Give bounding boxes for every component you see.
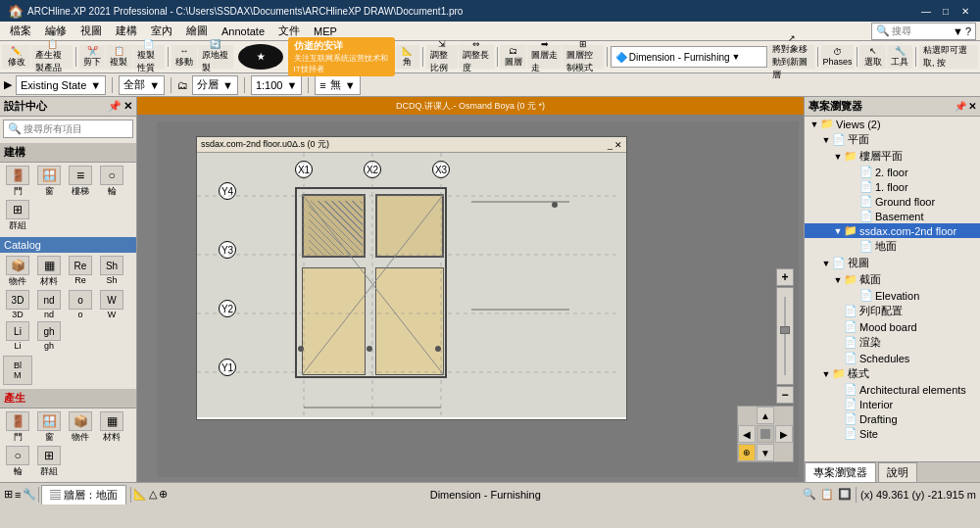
menu-edit[interactable]: 編修 <box>39 23 73 39</box>
line-dropdown[interactable]: ≡ 無 ▼ <box>315 75 360 95</box>
layer-button[interactable]: 🗂圖層 <box>500 45 525 69</box>
canvas-area[interactable]: DCDQ.讲课人.- Osmand Boya (0 元 *) ssdax.com… <box>137 97 804 482</box>
3d-icon-item[interactable]: 3D3D <box>3 290 32 319</box>
adjust-button[interactable]: ⇔調整長度 <box>459 45 494 69</box>
close-button[interactable]: ✕ <box>958 4 972 18</box>
tools-button[interactable]: 🔧工具 <box>887 45 912 69</box>
gen-group-item[interactable]: ⊞群組 <box>34 446 64 478</box>
wheel-icon-item[interactable]: ○輪 <box>97 166 126 198</box>
tab-project-browser[interactable]: 專案瀏覽器 <box>805 462 876 482</box>
nav-up-btn[interactable]: ▲ <box>757 407 774 424</box>
maximize-button[interactable]: □ <box>939 4 953 18</box>
menu-view[interactable]: 視圖 <box>74 23 108 39</box>
gh-icon-item[interactable]: ghgh <box>34 321 64 351</box>
zoom-in-btn[interactable]: + <box>776 268 794 286</box>
re-icon-item[interactable]: ReRe <box>66 256 95 288</box>
object-icon-item[interactable]: 📦物件 <box>3 256 32 288</box>
tree-interior[interactable]: 📄 Interior <box>805 397 980 411</box>
tree-1floor[interactable]: 📄 1. floor <box>805 179 980 194</box>
tree-viewsect[interactable]: ▼ 📄 視圖 <box>805 255 980 271</box>
tree-basement[interactable]: 📄 Basement <box>805 209 980 223</box>
gen-window-item[interactable]: 🪟窗 <box>34 411 64 444</box>
expand-views-icon[interactable]: ▼ <box>808 119 820 130</box>
angle-button[interactable]: 📐角 <box>396 45 419 69</box>
tree-plan[interactable]: ▼ 📄 平面 <box>805 131 980 148</box>
filter-dropdown[interactable]: 全部 ▼ <box>119 75 165 95</box>
tree-ground2[interactable]: 📄 地面 <box>805 238 980 255</box>
tree-floor-plan[interactable]: ▼ 📁 樓層平面 <box>805 148 980 165</box>
tree-2floor[interactable]: 📄 2. floor <box>805 165 980 179</box>
fp-min-icon[interactable]: _ <box>608 140 612 150</box>
scale-dropdown[interactable]: 1:100 ▼ <box>251 75 302 95</box>
nd-icon-item[interactable]: ndnd <box>34 290 64 319</box>
menu-annotate[interactable]: Annotate <box>216 24 270 38</box>
left-panel-pin-icon[interactable]: 📌 <box>108 100 122 113</box>
tree-ssdax-2nd[interactable]: ▼ 📁 ssdax.com-2nd floor <box>805 223 980 238</box>
modify-button[interactable]: ✏️修改 <box>2 45 30 69</box>
zoom-out-btn[interactable]: − <box>776 386 794 404</box>
generate-copy-button[interactable]: 📋產生複製產品 <box>31 45 73 69</box>
stairs-icon-item[interactable]: ≡樓梯 <box>66 166 95 198</box>
group-icon-item[interactable]: ⊞群組 <box>3 200 32 232</box>
tree-moodboard[interactable]: 📄 Mood board <box>805 319 980 334</box>
layer-mode-button[interactable]: ⊞圖層控制模式 <box>563 45 604 69</box>
expand-plan-icon[interactable]: ▼ <box>820 134 832 146</box>
select-button[interactable]: ↖選取 <box>859 45 885 69</box>
tree-drafting[interactable]: 📄 Drafting <box>805 411 980 426</box>
menu-interior[interactable]: 室內 <box>145 23 178 39</box>
nav-down-btn[interactable]: ▼ <box>757 444 774 461</box>
tree-arch[interactable]: 📄 Architectural elements <box>805 382 980 397</box>
left-search-input[interactable] <box>24 123 107 134</box>
gen-mat-item[interactable]: ▦材料 <box>97 411 126 444</box>
gen-door-item[interactable]: 🚪門 <box>3 411 32 444</box>
expand-floor-plan-icon[interactable]: ▼ <box>832 151 844 163</box>
expand-viewsect-icon[interactable]: ▼ <box>820 258 832 269</box>
li-icon-item[interactable]: LiLi <box>3 321 32 351</box>
door-icon-item[interactable]: 🚪門 <box>3 166 32 198</box>
window-icon-item[interactable]: 🪟窗 <box>34 166 64 198</box>
state-dropdown[interactable]: Existing State ▼ <box>16 75 106 95</box>
expand-ssdax-icon[interactable]: ▼ <box>832 225 844 237</box>
wall-layer-tab[interactable]: ▤ 牆層：地面 <box>41 485 126 504</box>
o-icon-item[interactable]: oo <box>66 290 95 319</box>
tree-style[interactable]: ▼ 📁 樣式 <box>805 365 980 382</box>
nav-right-btn[interactable]: ▶ <box>775 425 793 443</box>
tree-print[interactable]: 📄 列印配置 <box>805 303 980 319</box>
right-panel-pin-icon[interactable]: 📌 <box>955 101 966 112</box>
origin-copy-button[interactable]: 🔄原地複製 <box>198 45 233 69</box>
tree-elevation[interactable]: 📄 Elevation <box>805 288 980 303</box>
menu-file[interactable]: 檔案 <box>4 23 37 39</box>
dim-dropdown-container[interactable]: 🔷 Dimension - Furnishing ▼ <box>611 46 767 68</box>
scale-button[interactable]: ⇲調整比例 <box>426 45 458 69</box>
sh-icon-item[interactable]: ShSh <box>97 256 126 288</box>
gen-wheel-item[interactable]: ○輪 <box>3 446 32 478</box>
tree-ground[interactable]: 📄 Ground floor <box>805 194 980 209</box>
search-input[interactable] <box>892 25 951 36</box>
gen-obj-item[interactable]: 📦物件 <box>66 411 95 444</box>
expand-section-icon[interactable]: ▼ <box>832 274 844 286</box>
move-to-view-button[interactable]: ↗將對象移動到新圖層 <box>768 45 815 69</box>
tree-render[interactable]: 📄 渲染 <box>805 334 980 351</box>
nav-center-icon[interactable] <box>757 425 774 443</box>
copy-button[interactable]: 📋複製 <box>106 45 131 69</box>
layer-dropdown[interactable]: 分層 ▼ <box>192 75 238 95</box>
tree-schedules[interactable]: 📄 Schedules <box>805 351 980 365</box>
tree-section[interactable]: ▼ 📁 截面 <box>805 271 980 288</box>
nav-left-btn[interactable]: ◀ <box>738 425 756 443</box>
fp-close-icon[interactable]: ✕ <box>614 140 622 150</box>
expand-style-icon[interactable]: ▼ <box>820 368 832 380</box>
zoom-slider[interactable] <box>776 287 794 385</box>
material-icon-item[interactable]: ▦材料 <box>34 256 64 288</box>
layer-goto-button[interactable]: ➡圖層走走 <box>527 45 563 69</box>
tree-views[interactable]: ▼ 📁 Views (2) <box>805 117 980 131</box>
nav-zoom-icon[interactable]: ⊕ <box>738 444 756 461</box>
paste-prop-button[interactable]: 📄複製性質 <box>133 45 165 69</box>
drawing-container[interactable]: ssdax.com-2nd floor.u0Δ.s (0 元) _ ✕ X1 X… <box>157 121 799 477</box>
cut-button[interactable]: ✂️剪下 <box>79 45 105 69</box>
w-icon-item[interactable]: WW <box>97 290 126 319</box>
menu-draw[interactable]: 繪圖 <box>180 23 214 39</box>
left-panel-close-icon[interactable]: ✕ <box>123 100 132 113</box>
menu-mep[interactable]: MEP <box>308 24 343 38</box>
tab-help[interactable]: 說明 <box>878 462 917 482</box>
tree-site[interactable]: 📄 Site <box>805 426 980 441</box>
